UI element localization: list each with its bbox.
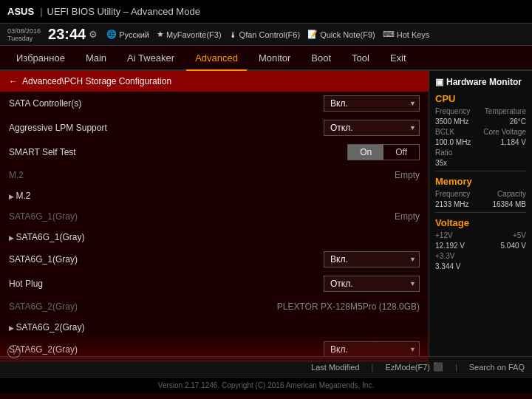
qfan-icon: 🌡 [229,30,237,39]
hw-cpu-corev-label: Core Voltage [483,128,526,136]
topbar-item-language[interactable]: 🌐 Русский [106,30,149,39]
settings-list: SATA Controller(s) Вкл. Aggressive LPM S… [0,92,429,356]
setting-label-sata-controller: SATA Controller(s) [9,98,324,109]
hw-volt-12v-value-row: 12.192 V 5.040 V [435,242,526,250]
dropdown-sata6g1[interactable]: Вкл. [324,251,420,267]
footer-sep-2: | [455,363,457,372]
setting-row-sata6g2-select[interactable]: SATA6G_2(Gray) Вкл. [0,338,429,356]
setting-row-hot-plug[interactable]: Hot Plug Откл. [0,272,429,296]
hw-cpu-ratio-value-row: 35x [435,159,526,167]
topbar-item-qfan[interactable]: 🌡 Qfan Control(F6) [229,30,301,39]
hw-voltage-title: Voltage [435,217,526,228]
dropdown-aggressive-lpm[interactable]: Откл. [324,120,420,136]
setting-row-sata6g1-select[interactable]: SATA6G_1(Gray) Вкл. [0,248,429,272]
setting-row-sata-controller[interactable]: SATA Controller(s) Вкл. [0,92,429,116]
dropdown-wrapper-aggressive-lpm[interactable]: Откл. [324,120,420,136]
info-icon[interactable]: i [7,345,21,358]
setting-value-hot-plug[interactable]: Откл. [324,276,420,292]
hw-cpu-bclk-row: BCLK Core Voltage [435,128,526,136]
dropdown-sata6g2[interactable]: Вкл. [324,341,420,356]
content-area: ← Advanced\PCH Storage Configuration SAT… [0,71,429,356]
setting-row-smart-self-test[interactable]: SMART Self Test On Off [0,140,429,165]
nav-item-monitor[interactable]: Monitor [250,45,299,70]
hw-cpu-ratio-label: Ratio [435,149,452,157]
hw-cpu-freq-value-row: 3500 MHz 26°C [435,117,526,126]
topbar-gear-icon[interactable]: ⚙ [89,29,98,40]
topbar-time: 23:44 [48,26,86,43]
dropdown-wrapper-sata6g2[interactable]: Вкл. [324,341,420,356]
setting-value-m2-label: Empty [395,170,420,180]
nav-item-ai-tweaker[interactable]: Ai Tweaker [118,45,183,70]
hw-divider-1 [435,171,526,171]
setting-value-aggressive-lpm[interactable]: Откл. [324,120,420,136]
header-separator: | [40,6,42,17]
topbar-item-hotkeys[interactable]: ⌨ Hot Keys [383,30,430,39]
setting-row-aggressive-lpm[interactable]: Aggressive LPM Support Откл. [0,116,429,140]
nav-item-main[interactable]: Main [77,45,115,70]
toggle-btn-off[interactable]: Off [383,145,419,160]
hw-mem-freq-label: Frequency [435,190,470,198]
footer-ezmode[interactable]: EzMode(F7) ⬛ [385,362,443,372]
header: ASUS | UEFI BIOS Utility – Advanced Mode [0,0,532,24]
main-layout: ← Advanced\PCH Storage Configuration SAT… [0,71,532,356]
qfan-label: Qfan Control(F6) [239,30,301,39]
hw-volt-33v-value: 3.344 V [435,262,460,270]
setting-row-sata6g1-expand[interactable]: SATA6G_1(Gray) [0,227,429,248]
version-text: Version 2.17.1246. Copyright (C) 2016 Am… [158,381,374,389]
breadcrumb: ← Advanced\PCH Storage Configuration [0,71,429,92]
setting-label-m2-expand: M.2 [9,191,420,201]
setting-value-text-sata6g2: PLEXTOR PX-128M5Pro (128.0GB) [277,301,420,312]
hotkeys-icon: ⌨ [383,30,395,39]
nav-item-izbrannoye[interactable]: Избранное [7,45,74,70]
toggle-btn-on[interactable]: On [348,145,383,160]
hw-cpu-bclk-value: 100.0 MHz [435,138,471,146]
hw-cpu-title: CPU [435,93,526,104]
topbar: 03/08/2016 Tuesday 23:44 ⚙ 🌐 Русский ★ M… [0,24,532,46]
hotkeys-label: Hot Keys [397,30,430,39]
hw-volt-5v-value: 5.040 V [501,242,526,250]
nav-item-advanced[interactable]: Advanced [186,46,247,71]
nav-item-exit[interactable]: Exit [381,45,415,70]
hw-volt-12v-label: +12V [435,231,453,239]
footer-sep-1: | [372,363,374,372]
nav-item-tool[interactable]: Tool [343,45,378,70]
setting-value-sata-controller[interactable]: Вкл. [324,95,420,112]
nav-item-boot[interactable]: Boot [302,45,340,70]
hw-memory-title: Memory [435,176,526,187]
setting-value-sata6g1-select[interactable]: Вкл. [324,251,420,267]
nav-menu: Избранное Main Ai Tweaker Advanced Monit… [0,46,532,71]
setting-value-sata6g2-select[interactable]: Вкл. [324,341,420,356]
setting-label-m2-label: M.2 [9,170,395,180]
language-icon: 🌐 [106,30,117,39]
dropdown-hot-plug[interactable]: Откл. [324,276,420,292]
dropdown-wrapper-sata6g1[interactable]: Вкл. [324,251,420,267]
setting-value-smart-self-test[interactable]: On Off [347,144,420,160]
dropdown-wrapper-hot-plug[interactable]: Откл. [324,276,420,292]
setting-value-sata6g2-label: PLEXTOR PX-128M5Pro (128.0GB) [277,301,420,312]
setting-row-m2-expand[interactable]: M.2 [0,185,429,206]
footer-search[interactable]: Search on FAQ [469,363,525,372]
hw-mem-cap-value: 16384 MB [492,200,526,208]
topbar-item-quicknote[interactable]: 📝 Quick Note(F9) [307,30,375,39]
toggle-group-smart[interactable]: On Off [347,144,420,160]
dropdown-sata-controller[interactable]: Вкл. [324,95,420,112]
hw-cpu-bclk-value-row: 100.0 MHz 1.184 V [435,138,526,146]
hw-volt-33v-value-row: 3.344 V [435,262,526,270]
setting-value-sata6g1-label: Empty [395,211,420,222]
topbar-item-myfavorite[interactable]: ★ MyFavorite(F3) [157,30,222,39]
quicknote-label: Quick Note(F9) [320,30,375,39]
setting-label-sata6g2: SATA6G_2(Gray) [9,301,277,312]
setting-label-sata6g2-select: SATA6G_2(Gray) [9,344,324,355]
hw-divider-2 [435,212,526,213]
topbar-items: 🌐 Русский ★ MyFavorite(F3) 🌡 Qfan Contro… [106,30,429,39]
hw-cpu-ratio-value: 35x [435,159,447,167]
setting-label-sata6g2-expand: SATA6G_2(Gray) [9,322,420,332]
dropdown-wrapper-sata-controller[interactable]: Вкл. [324,95,420,112]
asus-logo: ASUS [7,6,34,17]
breadcrumb-arrow: ← [9,76,18,86]
hw-cpu-freq-row: Frequency Temperature [435,107,526,115]
hw-cpu-temp-value: 26°C [510,117,526,126]
setting-row-sata6g2-expand[interactable]: SATA6G_2(Gray) [0,317,429,338]
setting-value-text-m2: Empty [395,170,420,180]
breadcrumb-text: Advanced\PCH Storage Configuration [22,76,171,86]
